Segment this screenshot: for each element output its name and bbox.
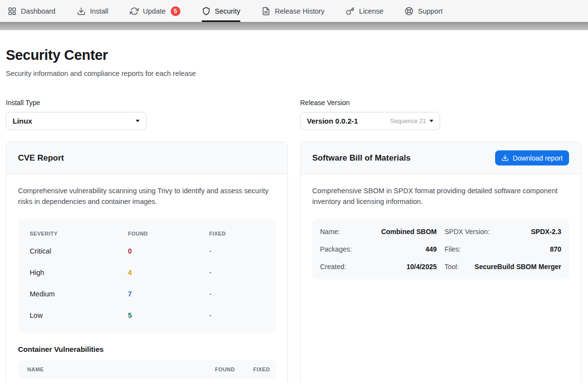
detail-label: SPDX Version: [445, 228, 490, 236]
detail-label: Files: [445, 245, 461, 253]
install-type-filter: Install Type Linux [6, 99, 146, 130]
fixed-count: - [209, 247, 264, 255]
dashboard-grid-icon [8, 7, 17, 16]
detail-label: Tool: [445, 263, 459, 271]
severity-name: Low [30, 311, 128, 319]
life-buoy-icon [405, 7, 413, 16]
nav-item-license[interactable]: License [346, 0, 383, 22]
sequence-group: Sequence 21 [390, 118, 433, 125]
top-navigation: Dashboard Install Update 5 Security Rele… [0, 0, 588, 22]
nav-item-update[interactable]: Update 5 [130, 0, 180, 22]
nav-item-support[interactable]: Support [405, 0, 443, 22]
nav-item-security[interactable]: Security [202, 0, 240, 22]
key-icon [346, 7, 355, 16]
detail-value: 10/4/2025 [407, 263, 437, 271]
severity-table: Severity Found Fixed Critical 0 - High 4… [18, 219, 276, 333]
nav-label: License [359, 7, 383, 15]
col-severity: Severity [30, 231, 128, 237]
found-count: 7 [128, 290, 209, 298]
sbom-description: Comprehensive SBOM in SPDX format provid… [312, 186, 569, 207]
cve-card-title: CVE Report [18, 153, 64, 163]
header-scroll-shadow [0, 22, 588, 30]
found-count: 0 [128, 247, 209, 255]
found-count: 4 [128, 269, 209, 276]
table-row: Low 5 - [30, 305, 264, 326]
detail-value: SPDX-2.3 [531, 228, 561, 236]
refresh-icon [130, 7, 139, 16]
main-content: Security Center Security information and… [0, 47, 588, 383]
cve-card-body: Comprehensive vulnerability scanning usi… [6, 174, 287, 383]
release-version-label: Release Version [300, 99, 440, 107]
chevron-down-icon [429, 120, 433, 122]
col-fixed: Fixed [235, 366, 270, 372]
nav-label: Security [215, 7, 240, 15]
fixed-count: - [209, 290, 264, 298]
nav-label: Update [143, 7, 166, 15]
install-type-value: Linux [13, 117, 32, 125]
detail-value: 870 [550, 245, 561, 253]
detail-value: 449 [426, 245, 437, 253]
list-item: SPDX Version: SPDX-2.3 [445, 223, 561, 240]
filters-row: Install Type Linux Release Version Versi… [6, 99, 581, 130]
chevron-down-icon [136, 120, 140, 122]
severity-name: High [30, 269, 128, 276]
nav-item-release-history[interactable]: Release History [262, 0, 324, 22]
detail-label: Name: [320, 228, 340, 236]
table-row: Medium 7 - [30, 283, 264, 305]
sbom-card: Software Bill of Materials Download repo… [300, 142, 581, 383]
page-subtitle: Security information and compliance repo… [6, 70, 581, 77]
container-vulnerabilities-title: Container Vulnerabilities [18, 345, 276, 353]
download-icon [77, 7, 86, 16]
table-row: Critical 0 - [30, 240, 264, 262]
shield-icon [202, 7, 211, 16]
detail-value: Combined SBOM [381, 228, 437, 236]
download-report-label: Download report [513, 154, 563, 162]
list-item: Name: Combined SBOM [320, 223, 437, 240]
table-row: High 4 - [30, 262, 264, 283]
sbom-card-header: Software Bill of Materials Download repo… [301, 142, 581, 174]
list-item: Tool: SecureBuild SBOM Merger [445, 258, 561, 275]
container-table-header: Name Found Fixed [18, 360, 276, 379]
col-fixed: Fixed [209, 231, 264, 237]
nav-label: Install [90, 7, 108, 15]
install-type-select[interactable]: Linux [6, 112, 146, 130]
list-item: Created: 10/4/2025 [320, 258, 437, 275]
col-found: Found [191, 366, 235, 372]
sbom-card-body: Comprehensive SBOM in SPDX format provid… [301, 174, 581, 291]
release-version-value: Version 0.0.2-1 [307, 117, 358, 125]
download-report-button[interactable]: Download report [495, 150, 569, 165]
nav-label: Support [418, 7, 443, 15]
sbom-card-title: Software Bill of Materials [312, 153, 410, 163]
severity-name: Medium [30, 290, 128, 298]
download-icon [501, 154, 509, 162]
release-version-filter: Release Version Version 0.0.2-1 Sequence… [300, 99, 440, 130]
install-type-label: Install Type [6, 99, 146, 107]
detail-label: Packages: [320, 245, 352, 253]
nav-item-dashboard[interactable]: Dashboard [8, 0, 55, 22]
fixed-count: - [209, 269, 264, 276]
fixed-count: - [209, 311, 264, 319]
file-text-icon [262, 7, 270, 16]
cards-row: CVE Report Comprehensive vulnerability s… [6, 142, 581, 383]
update-count-badge: 5 [171, 6, 180, 16]
nav-item-install[interactable]: Install [77, 0, 108, 22]
nav-label: Dashboard [21, 7, 55, 15]
nav-label: Release History [275, 7, 324, 15]
release-version-select[interactable]: Version 0.0.2-1 Sequence 21 [300, 112, 440, 130]
severity-name: Critical [30, 247, 128, 255]
page-title: Security Center [6, 47, 581, 63]
sbom-details-grid: Name: Combined SBOM SPDX Version: SPDX-2… [312, 219, 569, 279]
detail-label: Created: [320, 263, 346, 271]
cve-report-card: CVE Report Comprehensive vulnerability s… [6, 142, 288, 383]
detail-value: SecureBuild SBOM Merger [475, 263, 561, 271]
list-item: Files: 870 [445, 240, 561, 258]
severity-table-header: Severity Found Fixed [30, 225, 264, 240]
col-name: Name [27, 366, 191, 372]
list-item: Packages: 449 [320, 240, 437, 258]
cve-card-header: CVE Report [6, 142, 287, 174]
col-found: Found [128, 231, 209, 237]
cve-description: Comprehensive vulnerability scanning usi… [18, 186, 276, 207]
found-count: 5 [128, 311, 209, 319]
sequence-label: Sequence 21 [390, 118, 426, 125]
